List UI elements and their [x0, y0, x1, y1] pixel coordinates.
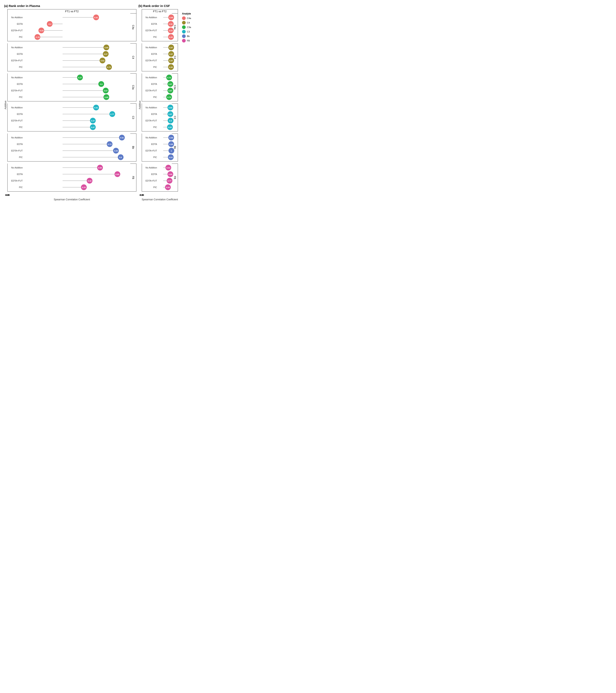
legend-dot: [182, 16, 186, 20]
dot-row: EDTA0.92: [142, 21, 172, 27]
h-line: [62, 144, 110, 144]
dot-row: EDTA+FUT0.93: [142, 27, 172, 34]
legend-label: C4a: [187, 17, 191, 19]
row-plot: 0.87: [158, 81, 172, 87]
row-label: PIC: [142, 96, 158, 98]
dot-row: EDTA+FUT0.62: [7, 57, 130, 64]
row-label: EDTA: [142, 143, 158, 145]
legend-label: C3: [187, 31, 190, 33]
group-label-right: Bb: [130, 134, 136, 161]
data-dot: 0.6: [98, 81, 104, 87]
data-dot: 0.52: [93, 15, 99, 20]
row-label: EDTA+FUT: [142, 89, 158, 92]
row-plot: 0.87: [158, 87, 172, 94]
legend-label: C4: [187, 21, 190, 24]
data-dot: 0.67: [103, 51, 109, 57]
row-label: EDTA: [142, 53, 158, 55]
h-line: [62, 174, 117, 174]
data-dot: 0.9: [168, 118, 173, 123]
dot-row: No Addition0.88: [142, 104, 172, 111]
row-label: EDTA+FUT: [7, 150, 24, 152]
x-tick-label: 1.00: [140, 194, 143, 196]
data-dot: 0.33: [81, 184, 87, 190]
data-dot: 0.73: [166, 94, 172, 100]
row-label: No Addition: [142, 16, 158, 19]
x-axis-csf: -0.50-0.250.000.250.500.751.00Spearman C…: [142, 194, 178, 201]
x-ticks: -0.50-0.250.000.250.500.751.00: [142, 194, 178, 197]
data-dot: 0.63: [166, 165, 171, 171]
row-plot: 0.42: [24, 177, 130, 184]
h-line: [62, 17, 96, 18]
group-label-right: C4: [130, 43, 136, 71]
data-dot: 0.97: [168, 58, 174, 63]
row-plot: 0.58: [158, 184, 172, 191]
group-rows-Bb: No Addition0.98EDTA0.98EDTA+FUT1PIC0.93: [142, 134, 172, 161]
group-C3: No Addition0.88EDTA0.87EDTA+FUT0.9PIC0.8…: [142, 103, 178, 132]
group-C4: No Addition0.97EDTA0.97EDTA+FUT0.97PIC0.…: [142, 43, 178, 71]
row-label: PIC: [142, 36, 158, 38]
group-rows-Bb: No Addition0.92EDTA0.73EDTA+FUT0.83PIC0.…: [7, 134, 130, 161]
dot-row: EDTA+FUT0.83: [7, 147, 130, 154]
row-label: EDTA+FUT: [7, 59, 24, 62]
dot-row: No Addition0.68: [7, 44, 130, 51]
h-line: [62, 151, 116, 151]
data-dot: 0.95: [168, 64, 174, 70]
group-rows-C4: No Addition0.97EDTA0.97EDTA+FUT0.97PIC0.…: [142, 43, 172, 71]
dot-row: EDTA0.67: [7, 51, 130, 57]
dot-row: No Addition0.58: [7, 164, 130, 171]
dot-row: EDTA0.88: [142, 171, 172, 177]
dot-row: EDTA+FUT0.42: [7, 177, 130, 184]
main-container: (a) Rank order in PlasmaAdditiveFT1 vs F…: [4, 4, 200, 201]
dot-row: EDTA+FUT0.67: [7, 87, 130, 94]
data-dot: 0.62: [100, 58, 105, 63]
row-plot: 0.62: [24, 57, 130, 64]
legend-dot: [182, 34, 186, 38]
dot-row: PIC0.83: [142, 124, 172, 131]
row-plot: 0.27: [24, 74, 130, 81]
chart-header-csf: FT1 vs FT2: [142, 9, 178, 13]
row-label: No Addition: [142, 106, 158, 109]
group-rows-FB: No Addition0.63EDTA0.88EDTA+FUT0.77PIC0.…: [142, 163, 172, 192]
row-plot: 0.83: [24, 147, 130, 154]
dot-row: PIC0.73: [142, 94, 172, 100]
row-plot: -0.2: [24, 21, 130, 27]
dot-row: No Addition0.97: [142, 44, 172, 51]
row-plot: 0.52: [24, 104, 130, 111]
row-plot: 0.9: [24, 154, 130, 160]
row-label: EDTA: [142, 113, 158, 115]
legend-area: AnalyteC4aC4C3aC3BbFB: [182, 4, 200, 201]
row-plot: 0.58: [24, 164, 130, 171]
group-rows-C4a: No Addition0.52EDTA-0.2EDTA+FUT-0.33PIC-…: [7, 13, 130, 41]
row-plot: 0.47: [24, 117, 130, 124]
row-plot: 0.92: [158, 21, 172, 27]
data-dot: 0.83: [113, 148, 119, 154]
panel-plasma: (a) Rank order in PlasmaAdditiveFT1 vs F…: [4, 4, 136, 201]
row-plot: 0.68: [24, 94, 130, 100]
dot-row: PIC0.95: [142, 34, 172, 40]
data-dot: 0.87: [168, 111, 173, 117]
data-dot: 0.98: [168, 135, 174, 140]
dot-row: No Addition0.92: [7, 134, 130, 141]
group-rows-FB: No Addition0.58EDTA0.85EDTA+FUT0.42PIC0.…: [7, 163, 130, 192]
h-line: [62, 54, 106, 54]
panels-row: (a) Rank order in PlasmaAdditiveFT1 vs F…: [4, 4, 200, 201]
data-dot: 0.47: [90, 124, 96, 130]
h-line: [62, 137, 122, 138]
row-plot: 0.98: [158, 141, 172, 147]
legend-item: C4: [182, 21, 200, 24]
dot-row: EDTA+FUT0.87: [142, 87, 172, 94]
data-dot: 0.88: [168, 171, 173, 177]
group-label-right: C3a: [130, 73, 136, 101]
data-dot: 0.68: [103, 94, 109, 100]
right-panel-container: (b) Rank order in CSFAdditiveFT1 vs FT2N…: [138, 4, 200, 201]
dot-row: EDTA+FUT0.97: [142, 57, 172, 64]
row-label: EDTA: [7, 23, 24, 25]
group-Bb: No Addition0.98EDTA0.98EDTA+FUT1PIC0.93B…: [142, 134, 178, 161]
dot-row: No Addition0.63: [142, 164, 172, 171]
data-dot: 0.58: [97, 165, 103, 171]
row-plot: 0.67: [24, 87, 130, 94]
h-line: [62, 127, 93, 127]
data-dot: 0.27: [77, 75, 83, 80]
data-dot: 0.97: [168, 44, 174, 50]
data-dot: 0.93: [168, 27, 174, 33]
